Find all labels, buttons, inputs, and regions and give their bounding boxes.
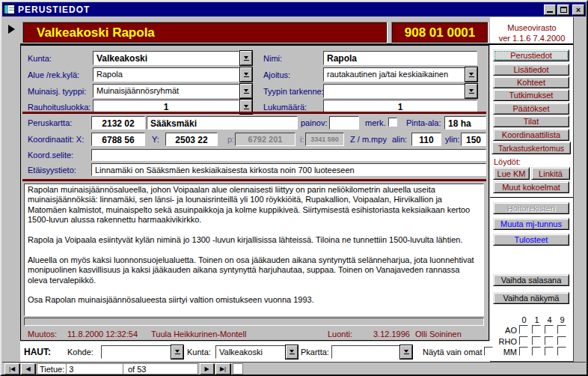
record-label: Tietue: [37,364,67,374]
lukumaara-label: Lukumäärä: [263,103,307,112]
vaihda-salasana-button[interactable]: Vaihda salasana [493,274,569,286]
etaisyystieto-label: Etäisyystieto: [28,166,76,175]
koord-y-label: Y: [152,135,159,144]
pinta-ala-label: Pinta-ala: [406,118,441,127]
etaisyystieto-field[interactable]: Linnamäki on Sääksmäen keskiaikaisesta k… [91,163,486,176]
first-record-button[interactable]: |◀ [4,363,19,375]
alue-label: Alue /rek.kylä: [28,70,79,79]
ao-checkbox-4[interactable] [545,325,554,334]
rho-checkbox-9[interactable] [557,336,566,345]
nayta-vain-omat-checkbox[interactable] [484,347,493,356]
nav-button-tutkimukset[interactable]: Tutkimukset [493,89,569,101]
koord-x-field[interactable]: 6788 56 [91,133,145,146]
ao-checkbox-1[interactable] [532,325,541,334]
tulosteet-button[interactable]: Tulosteet [493,234,569,246]
haut-kohde-dropdown-icon[interactable] [171,345,183,359]
minimize-button[interactable] [544,4,556,15]
alue-field[interactable]: Rapola [93,67,239,82]
haut-label: HAUT: [24,347,51,357]
nav-button-tarkastuskertomus[interactable]: Tarkastuskertomus [491,142,571,154]
tyyppi-field[interactable]: Muinaisjäännösryhmät [93,84,239,98]
merk-label: merk. [365,118,386,127]
koord-i-field: 3341 590 [305,133,344,146]
haut-pkartta-dropdown-icon[interactable] [400,345,412,359]
koord-selite-field[interactable] [91,149,486,161]
kunta-dropdown-icon[interactable] [240,51,252,65]
record-total: of 53 [123,365,146,374]
mm-checkbox-9[interactable] [557,347,566,356]
muutos-user: Tuula Heikkurinen-Montell [151,330,246,339]
haut-kunta-field[interactable]: Valkeakoski [215,345,286,359]
koord-selite-label: Koord.selite: [28,151,73,160]
merk-checkbox[interactable] [388,118,397,127]
haut-kunta-label: Kunta: [187,348,211,357]
kunta-label: Kunta: [28,54,52,63]
haut-kohde-label: Kohde: [67,348,94,357]
record-number-box[interactable]: Tietue: 3 [37,363,123,375]
alin-label: alin: [392,135,407,144]
app-icon [4,4,15,14]
tarkenne-field[interactable] [323,84,465,98]
haut-kohde-field[interactable] [101,345,171,359]
rho-checkbox-1[interactable] [532,336,541,345]
ao-checkbox-9[interactable] [557,325,566,334]
nav-button-kohteet[interactable]: Kohteet [493,76,569,88]
koord-p-label: p: [227,135,234,144]
loydot-label: Löydöt: [494,157,521,166]
haut-pkartta-field[interactable] [331,345,400,359]
ao-checkbox-0[interactable] [519,325,528,334]
app-version: ver 1.1.6 7.4.2000 [491,34,572,43]
description-memo[interactable]: Rapolan muinaisjäännösalueella, johon Vo… [24,184,484,316]
linkita-button[interactable]: Linkitä [531,167,570,180]
rho-checkbox-4[interactable] [545,336,554,345]
separator-1 [22,112,486,114]
alin-field[interactable]: 110 [411,133,441,146]
peruskartta-nro-field[interactable]: 2132 02 [91,116,145,130]
koordinaatit-label: Koordinaatit: X: [28,135,84,144]
painov-field[interactable] [329,116,359,130]
nav-button-paatokset[interactable]: Päätökset [493,103,569,115]
pinta-ala-field[interactable]: 18 ha [444,116,486,130]
mm-checkbox-1[interactable] [532,347,541,356]
nimi-field[interactable]: Rapola [323,51,477,65]
muuta-mj-tunnus-button[interactable]: Muuta mj-tunnus [493,218,569,230]
matrix-row-mm-label: MM [491,348,517,357]
nayta-vain-omat-label: Näytä vain omat [423,348,482,357]
mm-checkbox-4[interactable] [545,347,554,356]
nav-button-koordinaattilista[interactable]: Koordinaattilista [493,129,569,141]
kunta-field[interactable]: Valkeakoski [93,51,239,65]
ajoitus-dropdown-icon[interactable] [465,67,477,82]
prev-record-button[interactable]: ◀ [21,363,35,375]
muut-kokoelmat-button[interactable]: Muut kokoelmat [493,181,569,193]
nav-button-tilat[interactable]: Tilat [493,115,569,127]
rho-checkbox-0[interactable] [519,336,528,345]
haut-kunta-dropdown-icon[interactable] [286,345,298,359]
last-record-button[interactable]: ▶| [215,363,230,375]
peruskartta-nimi-field[interactable]: Sääksmäki [147,116,298,130]
rauhoitusluokka-label: Rauhoitusluokka: [28,103,91,112]
tyyppi-dropdown-icon[interactable] [240,84,252,98]
next-record-button[interactable]: ▶ [200,363,214,375]
muutos-label: Muutos: [28,330,57,339]
koord-y-field[interactable]: 2503 22 [165,133,218,146]
nav-button-perustiedot[interactable]: Perustiedot [493,49,569,61]
matrix-row-ao-label: AO [491,326,517,335]
site-name: Valkeakoski Rapola [37,25,155,40]
mm-checkbox-0[interactable] [519,347,528,356]
tarkenne-dropdown-icon[interactable] [465,84,477,98]
maximize-button[interactable] [557,4,569,15]
ajoitus-field[interactable]: rautakautinen ja/tai keskiaikainen [323,67,465,82]
record-total-box: of 53 [123,363,198,375]
empty-strip-field [24,318,484,326]
close-button[interactable]: × [572,4,584,15]
title-bar: PERUSTIEDOT × [2,2,586,16]
alue-dropdown-icon[interactable] [240,67,252,82]
separator-2 [22,179,486,181]
record-selector-icon [8,25,15,34]
koord-p-field: 6792 201 [235,133,295,146]
lue-km-button[interactable]: Lue KM [493,167,530,180]
vaihda-nakyma-button[interactable]: Vaihda näkymä [493,292,569,304]
ylin-field[interactable]: 150 [461,133,486,146]
nav-button-lisatiedot[interactable]: Lisätiedot [493,64,569,76]
luonti-user: Olli Soininen [415,330,462,339]
